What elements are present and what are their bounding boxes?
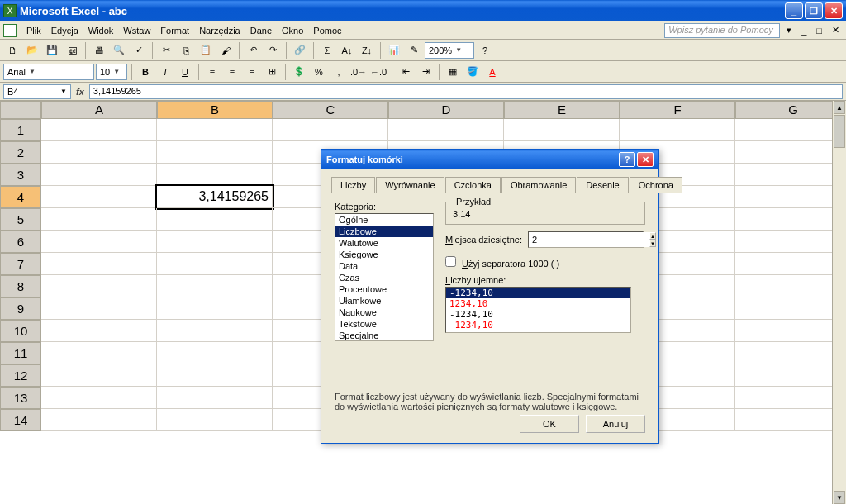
- cell-E1[interactable]: [504, 119, 620, 141]
- underline-icon[interactable]: U: [176, 63, 194, 81]
- cancel-button[interactable]: Anuluj: [586, 415, 645, 433]
- cell-G13[interactable]: [735, 387, 846, 409]
- copy-icon[interactable]: ⎘: [177, 41, 195, 59]
- negative-sample-item[interactable]: -1234,10: [446, 320, 630, 330]
- cell-A12[interactable]: [41, 364, 157, 387]
- row-header-13[interactable]: 13: [0, 387, 41, 409]
- decrease-decimal-icon[interactable]: ←.0: [369, 63, 387, 81]
- fontsize-combo[interactable]: 10▼: [96, 64, 127, 80]
- cell-D1[interactable]: [388, 119, 504, 141]
- negative-sample-item[interactable]: -1234,10: [446, 288, 630, 298]
- cell-G3[interactable]: [735, 164, 846, 186]
- inner-minimize-button[interactable]: ▾: [783, 25, 795, 36]
- tab-ochrona[interactable]: Ochrona: [630, 177, 682, 193]
- select-all-corner[interactable]: [0, 101, 41, 119]
- menu-narzedzia[interactable]: Narzędzia: [194, 24, 245, 37]
- cell-B4[interactable]: 3,14159265: [157, 186, 273, 208]
- category-item[interactable]: Data: [335, 260, 433, 272]
- scroll-thumb[interactable]: [834, 115, 845, 148]
- vertical-scrollbar[interactable]: ▲ ▼: [832, 101, 846, 504]
- redo-icon[interactable]: ↷: [264, 41, 282, 59]
- category-item[interactable]: Specjalne: [335, 330, 433, 341]
- cell-B6[interactable]: [157, 231, 273, 253]
- cell-A8[interactable]: [41, 275, 157, 297]
- category-item[interactable]: Tekstowe: [335, 318, 433, 330]
- category-item[interactable]: Naukowe: [335, 307, 433, 318]
- cell-G12[interactable]: [735, 364, 846, 387]
- sort-desc-icon[interactable]: Z↓: [358, 41, 376, 59]
- inner-restore-button[interactable]: _: [798, 26, 810, 36]
- cell-A6[interactable]: [41, 231, 157, 253]
- inner-maximize-button[interactable]: □: [813, 26, 825, 36]
- row-header-2[interactable]: 2: [0, 141, 41, 164]
- cell-G2[interactable]: [735, 141, 846, 164]
- row-header-3[interactable]: 3: [0, 164, 41, 186]
- tab-wyrównanie[interactable]: Wyrównanie: [376, 177, 444, 193]
- cell-B8[interactable]: [157, 275, 273, 297]
- cell-B10[interactable]: [157, 320, 273, 342]
- dialog-titlebar[interactable]: Formatuj komórki ? ✕: [321, 150, 658, 169]
- cell-B1[interactable]: [157, 119, 273, 141]
- preview-icon[interactable]: 🔍: [110, 41, 128, 59]
- increase-decimal-icon[interactable]: .0→: [349, 63, 368, 81]
- row-header-5[interactable]: 5: [0, 208, 41, 231]
- row-header-10[interactable]: 10: [0, 320, 41, 342]
- menu-wstaw[interactable]: Wstaw: [118, 24, 155, 37]
- autosum-icon[interactable]: Σ: [318, 41, 336, 59]
- undo-icon[interactable]: ↶: [244, 41, 262, 59]
- font-color-icon[interactable]: A: [483, 63, 501, 81]
- zoom-combo[interactable]: 200%▼: [425, 42, 474, 59]
- menu-plik[interactable]: Plik: [21, 24, 46, 37]
- cell-B3[interactable]: [157, 164, 273, 186]
- cell-A1[interactable]: [41, 119, 157, 141]
- cell-B12[interactable]: [157, 364, 273, 387]
- align-left-icon[interactable]: ≡: [203, 63, 221, 81]
- cell-G14[interactable]: [735, 409, 846, 431]
- category-item[interactable]: Księgowe: [335, 249, 433, 260]
- cell-A3[interactable]: [41, 164, 157, 186]
- format-painter-icon[interactable]: 🖌: [216, 41, 235, 59]
- menu-widok[interactable]: Widok: [83, 24, 119, 37]
- open-icon[interactable]: 📂: [23, 41, 41, 59]
- italic-icon[interactable]: I: [156, 63, 174, 81]
- menu-pomoc[interactable]: Pomoc: [308, 24, 346, 37]
- tab-desenie[interactable]: Desenie: [577, 177, 628, 193]
- cell-G11[interactable]: [735, 342, 846, 364]
- paste-icon[interactable]: 📋: [197, 41, 215, 59]
- column-header-C[interactable]: C: [273, 101, 388, 119]
- minimize-button[interactable]: _: [785, 2, 803, 19]
- comma-icon[interactable]: ,: [330, 63, 348, 81]
- menu-okno[interactable]: Okno: [277, 24, 308, 37]
- close-button[interactable]: ✕: [825, 2, 843, 19]
- cell-F1[interactable]: [620, 119, 735, 141]
- cell-A9[interactable]: [41, 297, 157, 320]
- sort-asc-icon[interactable]: A↓: [338, 41, 356, 59]
- column-header-G[interactable]: G: [735, 101, 846, 119]
- negative-sample-item[interactable]: -1234,10: [446, 309, 630, 320]
- category-item[interactable]: Ogólne: [335, 214, 433, 226]
- thousand-separator-checkbox[interactable]: [445, 256, 456, 267]
- row-header-4[interactable]: 4: [0, 186, 41, 208]
- permission-icon[interactable]: 🗟: [63, 41, 81, 59]
- tab-czcionka[interactable]: Czcionka: [445, 177, 501, 193]
- cell-G10[interactable]: [735, 320, 846, 342]
- category-list[interactable]: OgólneLiczboweWalutoweKsięgoweDataCzasPr…: [335, 213, 434, 341]
- cell-G6[interactable]: [735, 231, 846, 253]
- cell-G1[interactable]: [735, 119, 846, 141]
- decimal-places-spinner[interactable]: ▲▼: [528, 231, 644, 248]
- formula-input[interactable]: 3,14159265: [89, 84, 843, 99]
- cell-B13[interactable]: [157, 387, 273, 409]
- cell-B11[interactable]: [157, 342, 273, 364]
- save-icon[interactable]: 💾: [43, 41, 61, 59]
- decimal-places-input[interactable]: [529, 232, 649, 247]
- column-header-E[interactable]: E: [504, 101, 620, 119]
- cell-A2[interactable]: [41, 141, 157, 164]
- cell-C1[interactable]: [273, 119, 388, 141]
- cell-B14[interactable]: [157, 409, 273, 431]
- spinner-down-icon[interactable]: ▼: [649, 240, 656, 247]
- row-header-14[interactable]: 14: [0, 409, 41, 431]
- cell-G7[interactable]: [735, 253, 846, 275]
- fill-color-icon[interactable]: 🪣: [463, 63, 482, 81]
- decrease-indent-icon[interactable]: ⇤: [397, 63, 415, 81]
- cell-G4[interactable]: [735, 186, 846, 208]
